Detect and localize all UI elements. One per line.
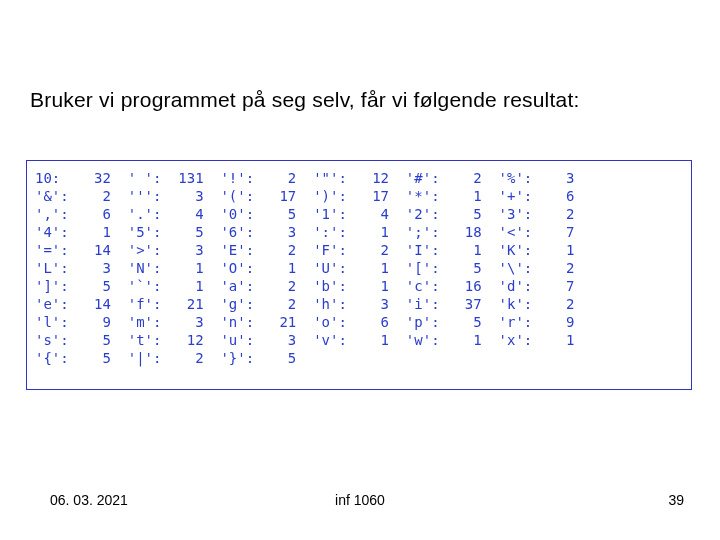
footer-date: 06. 03. 2021	[50, 492, 128, 508]
slide-footer: 06. 03. 2021 inf 1060 39	[0, 492, 720, 512]
output-box: 10: 32 ' ': 131 '!': 2 '"': 12 '#': 2 '%…	[26, 160, 692, 390]
footer-course: inf 1060	[335, 492, 385, 508]
slide-heading: Bruker vi programmet på seg selv, får vi…	[30, 88, 579, 112]
footer-page-number: 39	[668, 492, 684, 508]
output-text: 10: 32 ' ': 131 '!': 2 '"': 12 '#': 2 '%…	[35, 170, 574, 366]
